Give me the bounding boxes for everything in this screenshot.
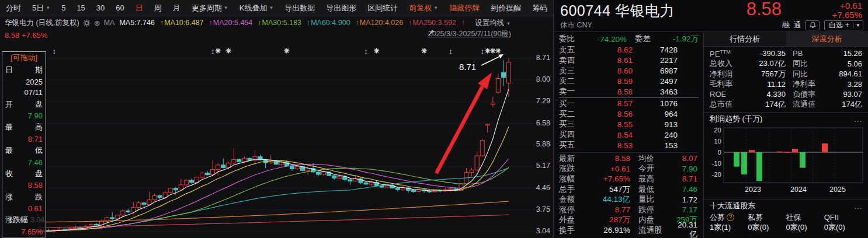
svg-text:↕: ↕ bbox=[211, 47, 215, 55]
info-row-label: 涨跌幅 bbox=[5, 215, 43, 225]
change-value: +0.61 bbox=[832, 1, 862, 10]
holder-count: 0家(0) bbox=[748, 222, 786, 232]
order-book-panel: 委比 -74.20% 委差 -1.92万 卖五8.627428卖四8.61221… bbox=[554, 32, 704, 238]
toolbar-item-更多周期[interactable]: 更多周期▼ bbox=[192, 3, 228, 13]
quote-header: 600744 华银电力 休市 CNY 8.58 +0.61 +7.65% 融通 … bbox=[554, 0, 868, 32]
bid-price[interactable]: 8.55 bbox=[582, 120, 633, 129]
toolbar-item-区间统计[interactable]: 区间统计 bbox=[367, 3, 398, 13]
bid-price[interactable]: 8.56 bbox=[582, 110, 633, 118]
holder-col-社保: 社保0家(0) bbox=[786, 212, 824, 232]
financial-label: 毛利率 bbox=[710, 79, 740, 89]
toolbar-item-筹码[interactable]: 筹码 bbox=[532, 3, 547, 13]
badge-融[interactable]: 融 bbox=[782, 20, 790, 30]
toolbar-item-60[interactable]: 60 bbox=[116, 4, 124, 12]
bid-price[interactable]: 8.54 bbox=[582, 131, 633, 139]
date-range-link[interactable]: 2025/3/3-2025/7/11(90根) bbox=[428, 29, 511, 39]
stat-label: 流通股 bbox=[638, 225, 670, 236]
bid-level-row[interactable]: 买一8.571076 bbox=[559, 99, 699, 109]
bid-level-row[interactable]: 买二8.56964 bbox=[559, 109, 699, 120]
financial-value: 4.330 bbox=[740, 90, 786, 99]
profit-more-menu[interactable]: ... bbox=[854, 115, 862, 124]
svg-text:-10: -10 bbox=[711, 160, 721, 167]
close-indicator-icon[interactable]: ⊗ bbox=[94, 19, 100, 27]
toolbar-item-30[interactable]: 30 bbox=[96, 4, 105, 12]
weibi-label: 委比 bbox=[559, 34, 582, 44]
financial-value: 174亿 bbox=[740, 99, 786, 110]
toolbar-item-月[interactable]: 月 bbox=[173, 3, 180, 13]
toolbar-item-隐藏停牌[interactable]: 隐藏停牌 bbox=[449, 3, 480, 13]
holder-count: 1家(1) bbox=[710, 222, 748, 232]
profit-trend-chart: 20100-10-20202320242025 bbox=[706, 125, 866, 197]
ask-volume: 2217 bbox=[633, 56, 699, 65]
toolbar-item-前复权[interactable]: 前复权▼ bbox=[409, 3, 438, 13]
bid-level-label: 买三 bbox=[559, 119, 582, 130]
info-row-value: 8.58 bbox=[5, 181, 43, 190]
toolbar-item-导出图形[interactable]: 导出图形 bbox=[326, 3, 356, 13]
ma-trailing-arrow: ↑ bbox=[461, 19, 465, 27]
toolbar-item-日[interactable]: 日 bbox=[136, 3, 143, 13]
bid-price[interactable]: 8.57 bbox=[582, 99, 633, 108]
ask-price[interactable]: 8.60 bbox=[582, 66, 633, 75]
ask-level-label: 卖一 bbox=[559, 86, 582, 97]
bid-volume: 964 bbox=[633, 110, 699, 118]
alert-bell-button[interactable] bbox=[805, 20, 820, 30]
stat-row: 金额44.13亿量比1.72 bbox=[559, 194, 699, 205]
info-row-value: 0.61 bbox=[5, 204, 43, 213]
ask-level-row[interactable]: 卖一8.583463 bbox=[559, 86, 699, 97]
watchlist-dropdown[interactable]: ▼ bbox=[853, 23, 863, 28]
candlestick-chart-area[interactable]: ↕↕↕↕↕8.71 8.58 +7.65% 2025/3/3-2025/7/11… bbox=[0, 29, 554, 238]
ask-price[interactable]: 8.62 bbox=[582, 46, 633, 54]
tab-深度分析[interactable]: 深度分析 bbox=[786, 32, 868, 46]
bid-price[interactable]: 8.53 bbox=[582, 141, 633, 150]
bid-level-row[interactable]: 买三8.55913 bbox=[559, 120, 699, 130]
bid-level-row[interactable]: 买四8.54240 bbox=[559, 130, 699, 140]
ask-level-row[interactable]: 卖四8.612217 bbox=[559, 55, 699, 66]
stat-label: 最低 bbox=[638, 184, 670, 195]
bid-volume: 153 bbox=[633, 141, 699, 150]
toolbar-item-K线叠加[interactable]: K线叠加▼ bbox=[239, 3, 274, 13]
tab-行情分析[interactable]: 行情分析 bbox=[704, 32, 786, 46]
stat-label: 内盘 bbox=[638, 215, 670, 225]
market-status: 休市 CNY bbox=[560, 20, 592, 30]
stat-value: 26.91% bbox=[582, 226, 630, 235]
stat-label: 跌停 bbox=[638, 205, 670, 215]
quote-tools: 融通 自选 +▼ bbox=[782, 20, 863, 30]
financial-row: 毛利率11.12净利率3.28 bbox=[710, 79, 862, 90]
ask-level-label: 卖三 bbox=[559, 66, 582, 76]
bid-level-row[interactable]: 买五8.53153 bbox=[559, 140, 699, 150]
holders-more-menu[interactable]: ... bbox=[854, 202, 862, 211]
ask-level-row[interactable]: 卖五8.627428 bbox=[559, 45, 699, 55]
toolbar-item-分时[interactable]: 分时 bbox=[6, 3, 21, 13]
financial-value: 3.28 bbox=[825, 80, 862, 89]
draggable-ohlc-info-box[interactable]: [可拖动]日期202507/11开盘7.90最高8.71最低7.46收盘8.58… bbox=[2, 51, 46, 237]
add-watchlist-button[interactable]: 自选 +▼ bbox=[824, 20, 863, 30]
axis-label-6.58: 6.58 bbox=[526, 119, 550, 127]
ask-price[interactable]: 8.61 bbox=[582, 56, 633, 65]
weicha-value: -1.92万 bbox=[651, 34, 699, 44]
candlestick-chart-svg: ↕↕↕↕↕8.71 bbox=[0, 29, 554, 238]
toolbar-item-15[interactable]: 15 bbox=[77, 4, 85, 12]
financial-label: 同比 bbox=[793, 69, 825, 79]
toolbar-item-导出数据[interactable]: 导出数据 bbox=[284, 3, 315, 13]
svg-text:↕: ↕ bbox=[364, 47, 368, 55]
financial-row: 总市值174亿流通值174亿 bbox=[710, 100, 862, 110]
ask-level-row[interactable]: 卖二8.592497 bbox=[559, 76, 699, 86]
stats-block: 最新8.58均价8.07涨跌+0.61今开7.90涨幅+7.65%最高8.71总… bbox=[559, 152, 699, 236]
indicator-settings-gear-icon[interactable] bbox=[83, 19, 91, 27]
ask-price[interactable]: 8.59 bbox=[582, 77, 633, 86]
price-change: +0.61 +7.65% bbox=[832, 1, 862, 20]
ma-settings-button[interactable]: 设置均线 ▼ bbox=[475, 18, 511, 28]
profit-trend-title: 利润趋势 (千万) bbox=[710, 114, 762, 124]
toolbar-item-到价提醒[interactable]: 到价提醒 bbox=[491, 3, 521, 13]
ask-price[interactable]: 8.58 bbox=[582, 88, 633, 96]
ask-level-row[interactable]: 卖三8.606987 bbox=[559, 66, 699, 76]
info-row-label: 开盘 bbox=[5, 99, 43, 110]
ask-volume: 6987 bbox=[633, 66, 699, 75]
stat-label: 外盘 bbox=[559, 215, 582, 225]
toolbar-item-5日[interactable]: 5日▼ bbox=[32, 3, 50, 13]
info-row-label: 日期 bbox=[5, 65, 43, 75]
badge-通[interactable]: 通 bbox=[793, 20, 801, 30]
toolbar-item-周[interactable]: 周 bbox=[154, 3, 162, 13]
toolbar-item-5[interactable]: 5 bbox=[61, 4, 65, 12]
help-icon[interactable]: ? bbox=[727, 214, 734, 221]
